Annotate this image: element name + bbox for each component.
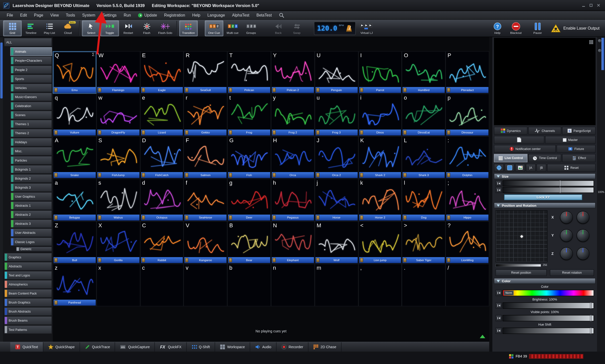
cue-cell-empty[interactable]: b xyxy=(227,264,271,307)
sidebar-item-user-abstracts[interactable]: User Abstracts xyxy=(10,228,52,237)
cue-cell-bear[interactable]: BBear xyxy=(227,221,271,264)
cue-cell-seagull[interactable]: RSeaGull xyxy=(184,51,227,94)
cue-cell-orca-2[interactable]: JOrca 2 xyxy=(315,136,358,179)
knob-z-1[interactable] xyxy=(560,247,573,260)
image-button[interactable] xyxy=(515,164,525,172)
cue-cell-empty[interactable]: c xyxy=(140,264,184,307)
sidebar-item-text-and-logos[interactable]: Text and Logos xyxy=(4,271,52,280)
cue-cell-hippo[interactable]: ;Hippo xyxy=(446,179,489,222)
cue-cell-lionwing[interactable]: ?LionWing xyxy=(446,221,489,264)
slider-track[interactable] xyxy=(503,187,594,193)
multi-cue-button[interactable]: 123Multi cue xyxy=(223,20,242,36)
scroll-knob-top[interactable] xyxy=(597,39,602,43)
sidebar-item-generic[interactable]: Generic xyxy=(16,247,52,252)
cloud-button[interactable]: betaCloud xyxy=(59,20,77,36)
cue-cell-dinosaur[interactable]: pDinosaur xyxy=(446,94,489,136)
cue-cell-frog[interactable]: tFrog xyxy=(227,94,271,136)
projection-zone-button[interactable] xyxy=(505,164,514,172)
tab-pangoscript[interactable]: SPangoScript xyxy=(562,127,596,134)
sidebar-item-abstracts[interactable]: Abstracts xyxy=(4,262,52,271)
cue-cell-lion-jump[interactable]: <Lion jump xyxy=(358,221,402,264)
visible-points-slider[interactable] xyxy=(496,315,594,321)
preview-grid-icon[interactable] xyxy=(589,40,594,45)
select-button[interactable]: Select xyxy=(82,20,100,36)
cue-cell-panthead[interactable]: zPanthead xyxy=(53,264,96,307)
menu-item-view[interactable]: View xyxy=(47,12,62,19)
sidebar-item-celebration[interactable]: Celebration xyxy=(10,102,52,110)
cue-cell-fishjump[interactable]: SFishJump xyxy=(96,136,140,179)
sidebar-item-abstracts-2[interactable]: Abstracts 2 xyxy=(10,210,52,219)
cue-cell-snake[interactable]: ASnake xyxy=(53,136,96,179)
cue-cell-rabbit[interactable]: CRabbit xyxy=(140,221,184,264)
cue-cell-penguin[interactable]: UPenguin xyxy=(315,51,358,94)
sidebar-item-graphics[interactable]: Graphics xyxy=(4,253,52,262)
tab-dynamics[interactable]: Dynamics xyxy=(494,127,527,134)
cue-cell-dinoseat[interactable]: oDinosEat xyxy=(402,94,446,136)
slider-track[interactable] xyxy=(503,328,594,334)
xy-position-pad[interactable] xyxy=(496,210,548,262)
cue-cell-flamingo[interactable]: WFlamingo xyxy=(96,51,140,94)
tab-quickfx[interactable]: FXQuickFX xyxy=(155,342,186,352)
color-gradient-track[interactable]: Norm xyxy=(503,290,594,296)
minimize-button[interactable] xyxy=(582,4,585,7)
cue-cell-empty[interactable]: , xyxy=(358,264,402,307)
sidebar-item-bckgrnds-3[interactable]: Bckgrnds 3 xyxy=(10,183,52,192)
reset-position-button[interactable]: Reset position xyxy=(496,269,547,276)
cue-cell-shark-3[interactable]: LShark 3 xyxy=(402,136,446,179)
sidebar-item-classic-logos[interactable]: Classic Logos xyxy=(10,238,52,246)
size-section-header[interactable]: Size xyxy=(494,173,595,179)
cue-cell-bull[interactable]: ZBull xyxy=(53,221,96,264)
slider-reset-button[interactable] xyxy=(496,328,502,334)
cue-cell-gorilla[interactable]: XGorilla xyxy=(96,221,140,264)
tab-quickshape[interactable]: QuickShape xyxy=(43,342,80,352)
menu-item-settings[interactable]: Settings xyxy=(99,12,120,19)
size-slider-y[interactable] xyxy=(496,187,594,193)
a-button[interactable]: |A xyxy=(526,164,536,172)
cue-cell-lizard[interactable]: eLizard xyxy=(140,94,184,136)
cue-cell-pegasus[interactable]: hPegasus xyxy=(271,179,315,222)
sidebar-item-brush-abstracts[interactable]: Brush Abstracts xyxy=(4,307,52,316)
reset-button[interactable]: Reset xyxy=(547,164,595,172)
toggle-button[interactable]: Toggle xyxy=(100,20,119,36)
cue-cell-belugas[interactable]: aBelugas xyxy=(53,179,96,222)
tab-workspace[interactable]: Workspace xyxy=(215,342,250,352)
slider-thumb[interactable] xyxy=(559,180,561,186)
tab-quicktrace[interactable]: QuickTrace xyxy=(80,342,115,352)
size-slider-x[interactable] xyxy=(496,180,594,186)
scroll-knob-bottom[interactable] xyxy=(597,48,602,53)
one-cue-button[interactable]: 112One Cue xyxy=(205,20,223,36)
tab-q-shift[interactable]: Q-Shift xyxy=(187,342,215,352)
slider-reset-button[interactable] xyxy=(496,303,502,309)
range-slider[interactable] xyxy=(496,264,541,267)
slider-track[interactable] xyxy=(503,303,594,309)
knob-y-1[interactable] xyxy=(560,229,573,242)
sidebar-item-beam-content-pack[interactable]: Beam Content Pack xyxy=(4,289,52,298)
cue-cell-empty[interactable]: / xyxy=(446,264,489,307)
slider-thumb[interactable] xyxy=(590,303,591,309)
menu-item-betatest[interactable]: BetaTest xyxy=(253,12,275,19)
bpm-display[interactable]: 120.0BPM xyxy=(314,22,356,35)
sidebar-item-brush-graphics[interactable]: Brush Graphics xyxy=(4,298,52,307)
menu-item-tools[interactable]: Tools xyxy=(62,12,79,19)
scrollbar-thumb[interactable] xyxy=(601,38,604,70)
cue-cell-pelican-2[interactable]: YPelican 2 xyxy=(271,51,315,94)
cue-cell-shark-2[interactable]: KShark 2 xyxy=(358,136,402,179)
sidebar-item-scenes[interactable]: Scenes xyxy=(10,111,52,119)
menu-item-language[interactable]: Language xyxy=(204,12,228,19)
sidebar-item-themes-2[interactable]: Themes 2 xyxy=(10,129,52,137)
groups-button[interactable]: 123Groups xyxy=(242,20,260,36)
slider-track[interactable] xyxy=(503,180,594,186)
color-section-header[interactable]: Color xyxy=(494,278,595,284)
cue-cell-wolf[interactable]: MWolf xyxy=(315,221,358,264)
cue-cell-eagle[interactable]: EEagle xyxy=(140,51,184,94)
tab-2d-chase[interactable]: 2D Chase xyxy=(308,342,342,352)
cue-cell-saber-tiger[interactable]: >Saber Tiger xyxy=(402,221,446,264)
timeline-button[interactable]: Timeline xyxy=(22,20,40,36)
menu-item-page[interactable]: Page xyxy=(30,12,47,19)
slider-thumb[interactable] xyxy=(559,187,561,193)
sidebar-item-abstracts-1[interactable]: Abstracts 1 xyxy=(10,201,52,210)
knob-x-1[interactable] xyxy=(560,211,573,224)
cue-cell-dolphin[interactable]: :Dolphin xyxy=(446,136,489,179)
menu-item-registration[interactable]: Registration xyxy=(161,12,189,19)
close-button[interactable] xyxy=(597,4,600,7)
